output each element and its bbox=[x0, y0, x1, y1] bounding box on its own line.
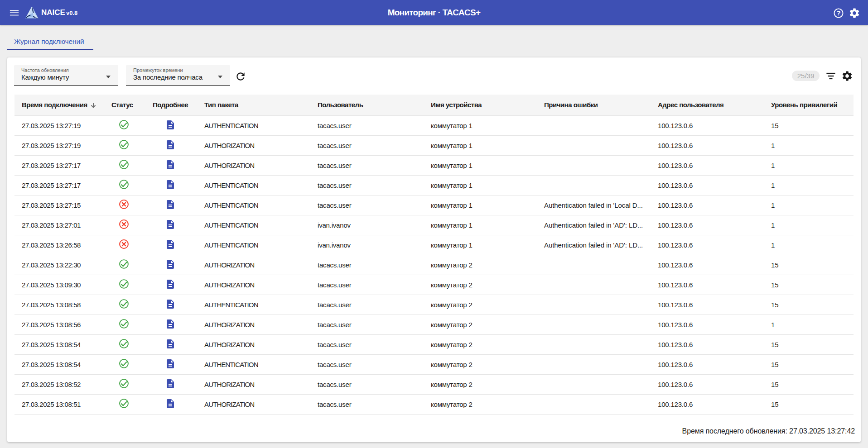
svg-text:?: ? bbox=[836, 9, 840, 17]
